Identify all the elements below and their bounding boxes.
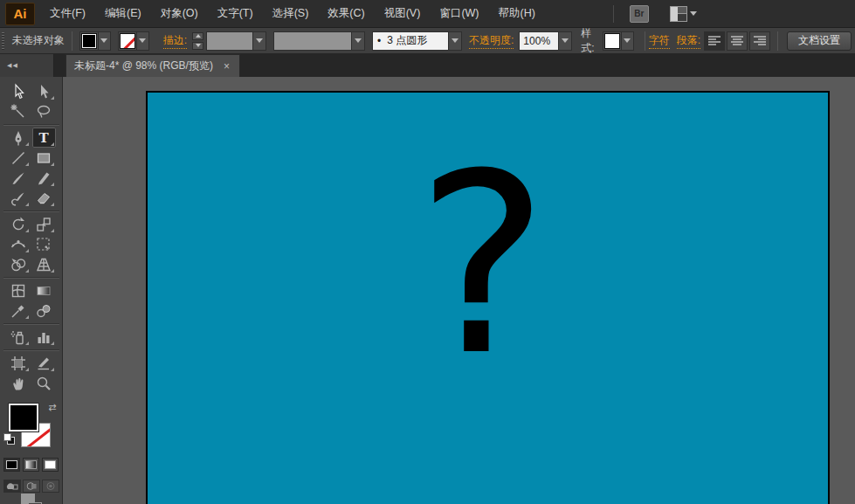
rectangle-tool[interactable] <box>32 148 56 168</box>
opacity-input[interactable] <box>520 32 558 50</box>
direct-selection-tool[interactable] <box>32 81 56 101</box>
align-left-button[interactable] <box>704 31 725 51</box>
menu-select[interactable]: 选择(S) <box>263 0 319 28</box>
stroke-weight-stepper[interactable] <box>192 32 203 50</box>
menu-effect[interactable]: 效果(C) <box>318 0 374 28</box>
chevron-down-icon[interactable] <box>252 32 265 50</box>
pen-tool[interactable] <box>7 128 31 148</box>
swap-fill-stroke-icon[interactable]: ⇄ <box>48 402 56 413</box>
free-transform-icon <box>35 236 52 253</box>
divider <box>645 31 645 51</box>
lasso-tool[interactable] <box>32 101 56 121</box>
workspace-layout-icon <box>670 6 687 22</box>
eraser-tool[interactable] <box>32 188 56 208</box>
zoom-tool[interactable] <box>32 373 56 393</box>
paintbrush-tool[interactable] <box>7 168 31 188</box>
stepper-down-button[interactable] <box>192 42 203 50</box>
brush-definition-combo[interactable]: • 3 点圆形 <box>372 31 462 51</box>
blend-tool[interactable] <box>32 300 56 321</box>
eyedropper-tool[interactable] <box>7 300 31 321</box>
pencil-tool[interactable] <box>32 168 56 188</box>
close-icon[interactable]: × <box>222 60 231 72</box>
opacity-panel-link[interactable]: 不透明度: <box>469 33 514 49</box>
paint-mode-group <box>3 458 59 472</box>
align-center-icon <box>730 35 744 47</box>
menu-type[interactable]: 文字(T) <box>208 0 263 28</box>
paragraph-panel-link[interactable]: 段落: <box>677 33 700 49</box>
type-tool-icon: T <box>38 130 48 146</box>
paragraph-align-group <box>704 31 770 51</box>
selection-tool[interactable] <box>7 81 31 101</box>
stroke-color-button[interactable] <box>118 31 149 51</box>
graphic-style-button[interactable] <box>603 31 634 51</box>
none-slash-icon <box>121 34 134 48</box>
document-tab[interactable]: 未标题-4* @ 98% (RGB/预览) × <box>66 54 240 77</box>
menu-window[interactable]: 窗口(W) <box>430 0 488 28</box>
free-transform-tool[interactable] <box>32 234 56 254</box>
document-setup-button[interactable]: 文档设置 <box>787 31 852 51</box>
type-tool[interactable]: T <box>32 128 56 148</box>
menu-object[interactable]: 对象(O) <box>151 0 208 28</box>
none-button[interactable] <box>42 458 59 472</box>
line-segment-tool[interactable] <box>7 148 31 168</box>
shape-builder-tool[interactable] <box>7 254 31 274</box>
fill-swatch-black[interactable] <box>9 404 38 432</box>
rotate-tool[interactable] <box>7 214 31 234</box>
menu-edit[interactable]: 编辑(E) <box>95 0 151 28</box>
menu-bar: Ai 文件(F) 编辑(E) 对象(O) 文字(T) 选择(S) 效果(C) 视… <box>0 0 855 28</box>
symbol-sprayer-tool[interactable] <box>7 327 31 347</box>
menu-view[interactable]: 视图(V) <box>375 0 431 28</box>
artboard-tool[interactable] <box>7 353 31 373</box>
stepper-up-button[interactable] <box>192 32 203 40</box>
chevron-down-icon[interactable] <box>448 32 461 50</box>
color-icon <box>6 460 17 469</box>
chevron-down-icon[interactable] <box>558 32 571 50</box>
blob-brush-tool[interactable] <box>7 188 31 208</box>
canvas-pasteboard[interactable]: ? <box>63 77 855 504</box>
artboard[interactable]: ? <box>146 91 830 504</box>
draw-inside-button[interactable] <box>42 480 59 493</box>
workspace-switcher[interactable] <box>670 6 697 22</box>
fill-color-swatch <box>81 33 97 49</box>
menu-file[interactable]: 文件(F) <box>40 0 95 28</box>
panel-grip[interactable] <box>2 31 7 51</box>
perspective-grid-tool[interactable] <box>32 254 56 274</box>
stroke-weight-combo[interactable] <box>206 31 266 51</box>
character-panel-link[interactable]: 字符 <box>649 33 670 49</box>
gradient-button[interactable] <box>23 458 39 472</box>
magic-wand-tool[interactable] <box>7 101 31 121</box>
gradient-tool[interactable] <box>32 280 56 300</box>
width-tool[interactable] <box>7 234 31 254</box>
menu-help[interactable]: 帮助(H) <box>489 0 545 28</box>
graphic-style-swatch <box>604 33 620 49</box>
align-right-button[interactable] <box>749 31 770 51</box>
chevron-down-icon[interactable] <box>621 32 633 50</box>
tools-panel-collapse-button[interactable]: ◀◀ <box>0 54 54 77</box>
tool-group-divider <box>7 274 56 280</box>
question-mark-artwork[interactable]: ? <box>417 141 548 390</box>
default-fill-stroke-icon[interactable] <box>3 433 16 445</box>
opacity-combo[interactable] <box>519 31 572 51</box>
align-center-button[interactable] <box>727 31 748 51</box>
stroke-panel-link[interactable]: 描边: <box>163 33 187 49</box>
fill-color-button[interactable] <box>79 31 111 51</box>
chevron-down-icon[interactable] <box>351 32 364 50</box>
brush-dot-icon: • <box>377 35 381 47</box>
chevron-down-icon[interactable] <box>136 32 148 50</box>
draw-normal-icon <box>6 481 18 491</box>
selection-status-label: 未选择对象 <box>12 33 65 48</box>
stroke-none-swatch <box>120 33 135 49</box>
variable-width-profile-combo[interactable] <box>273 31 365 51</box>
color-button[interactable] <box>3 458 20 472</box>
scale-tool[interactable] <box>32 214 56 234</box>
mesh-tool[interactable] <box>7 280 31 300</box>
chevron-down-icon <box>690 11 697 16</box>
hand-tool[interactable] <box>7 373 31 393</box>
go-to-bridge-button[interactable]: Br <box>630 5 649 23</box>
chevron-down-icon[interactable] <box>98 32 110 50</box>
draw-behind-button[interactable] <box>23 480 40 493</box>
column-graph-tool[interactable] <box>32 327 56 347</box>
blend-icon <box>35 302 52 320</box>
draw-normal-button[interactable] <box>3 480 21 493</box>
slice-tool[interactable] <box>32 353 56 373</box>
